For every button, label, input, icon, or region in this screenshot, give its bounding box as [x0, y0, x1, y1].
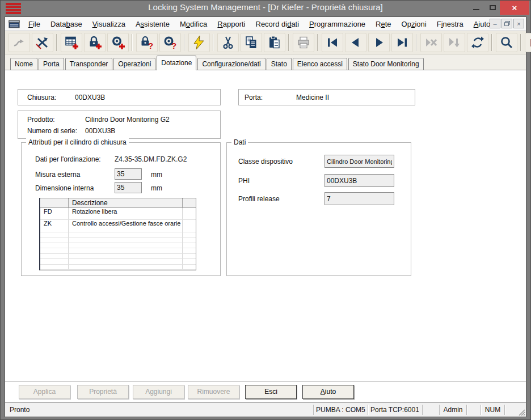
phi-label: PHI	[238, 177, 250, 185]
attributi-group-title: Attributi per il cilindro di chiusura	[26, 138, 129, 146]
mdi-close-button[interactable]: ×	[513, 19, 524, 28]
program-icon[interactable]	[188, 33, 210, 52]
tab-stato-door-monitoring[interactable]: Stato Door Monitoring	[348, 58, 424, 70]
paste-icon[interactable]	[264, 33, 285, 52]
cut-icon[interactable]	[217, 33, 239, 52]
cell-code	[40, 243, 69, 248]
first-record-icon[interactable]	[322, 33, 343, 52]
classe-dispositivo-input[interactable]	[324, 155, 394, 168]
disconnect-icon[interactable]	[32, 33, 53, 52]
table-row-zk[interactable]: ZKControllo accessi/Gestione fasce orari…	[40, 220, 196, 232]
read-lock-icon[interactable]: ?	[136, 33, 158, 52]
menu-item-rapporti[interactable]: Rapporti	[212, 20, 250, 28]
cell-code	[40, 254, 69, 258]
last-record-icon[interactable]	[391, 33, 413, 52]
svg-text:?: ?	[148, 41, 153, 50]
cell-spacer	[183, 248, 196, 253]
table-row-fd[interactable]: FDRotazione libera	[40, 208, 196, 220]
toolbar-separator	[213, 34, 214, 51]
dati-group: Dati Classe dispositivo PHI Profili rele…	[226, 142, 411, 276]
tab-nome[interactable]: Nome	[10, 58, 37, 70]
table-row-empty	[40, 237, 196, 243]
aggiungi-button: Aggiungi	[133, 385, 184, 399]
misura-esterna-label: Misura esterna	[35, 171, 80, 179]
next-record-icon[interactable]	[368, 33, 390, 52]
menu-item-programmazione[interactable]: Programmazione	[304, 20, 370, 28]
tab-elenco-accessi[interactable]: Elenco accessi	[293, 58, 347, 70]
mdi-system-icon[interactable]	[9, 19, 20, 29]
dimensione-interna-input[interactable]	[115, 182, 142, 193]
new-locking-plan-icon[interactable]	[61, 33, 82, 52]
search-icon[interactable]	[496, 33, 517, 52]
mdi-minimize-button[interactable]: –	[490, 19, 500, 28]
tab-strip: NomePortaTransponderOperazioniDotazioneC…	[5, 54, 526, 70]
tab-operazioni[interactable]: Operazioni	[113, 58, 155, 70]
toolbar-separator	[491, 34, 492, 51]
cell-spacer	[183, 259, 196, 264]
menu-item-modifica[interactable]: Modifica	[175, 20, 212, 28]
menu-item-assistente[interactable]: Assistente	[130, 20, 175, 28]
status-panel-pumba-com5: PUMBA : COM5	[313, 405, 368, 415]
status-panel-num: NUM	[481, 405, 504, 415]
dati-group-title: Dati	[231, 138, 248, 146]
rimuovere-button: Rimuovere	[188, 385, 239, 399]
code-column-header	[40, 198, 69, 208]
tab-dotazione[interactable]: Dotazione	[157, 56, 196, 70]
phi-input[interactable]	[324, 174, 394, 187]
mdi-restore-button[interactable]	[502, 19, 512, 28]
undo-arrow-icon	[9, 33, 30, 52]
chiusura-value: 00DXU3B	[75, 94, 105, 101]
menu-item-file[interactable]: File	[23, 20, 45, 28]
table-row-empty	[40, 259, 196, 264]
window-title: Locking System Management - [Dr Kiefer -…	[1, 2, 530, 12]
menu-item-opzioni[interactable]: Opzioni	[397, 20, 432, 28]
toolbar-separator	[132, 34, 133, 51]
resize-grip[interactable]	[518, 409, 525, 416]
cell-descrizione: Controllo accessi/Gestione fasce orarie	[69, 220, 183, 231]
attributes-table: Descrizione FDRotazione liberaZKControll…	[39, 198, 196, 270]
menu-item-rete[interactable]: Rete	[370, 20, 396, 28]
table-row-empty	[40, 265, 196, 270]
toolbar-separator	[184, 34, 185, 51]
status-message: Pronto	[5, 406, 313, 414]
chiusura-box: Chiusura: 00DXU3B	[18, 89, 221, 105]
cell-descrizione	[69, 259, 183, 264]
cell-descrizione	[69, 237, 183, 242]
copy-icon[interactable]	[241, 33, 262, 52]
dialog-button-bar: ApplicaProprietàAggiungiRimuovereEsciAiu…	[5, 381, 526, 402]
goto-record-icon	[444, 33, 465, 52]
maximize-button[interactable]	[486, 1, 499, 15]
minimize-button[interactable]	[469, 1, 483, 15]
table-row-empty	[40, 232, 196, 237]
misura-esterna-input[interactable]	[115, 168, 142, 180]
read-transponder-icon[interactable]: ?	[159, 33, 181, 52]
menu-item-finestra[interactable]: Finestra	[432, 20, 469, 28]
tab-configurazione-dati[interactable]: Configurazione/dati	[197, 58, 265, 70]
refresh-icon[interactable]	[467, 33, 488, 52]
cell-spacer	[183, 243, 196, 248]
menu-item-database[interactable]: Database	[45, 20, 87, 28]
status-panel-empty	[504, 405, 518, 415]
filter-icon[interactable]: F	[525, 33, 531, 52]
cancel-record-icon	[420, 33, 442, 52]
cell-code	[40, 248, 69, 253]
esci-button[interactable]: Esci	[245, 385, 297, 399]
prodotto-label: Prodotto:	[27, 116, 55, 124]
tab-stato[interactable]: Stato	[267, 58, 292, 70]
tab-porta[interactable]: Porta	[39, 58, 64, 70]
profili-release-input[interactable]	[324, 192, 394, 205]
status-panel-empty	[466, 405, 481, 415]
aiuto-button[interactable]: Aiuto	[302, 385, 354, 399]
cell-descrizione	[69, 265, 183, 269]
new-lock-icon[interactable]	[84, 33, 106, 52]
prev-record-icon[interactable]	[345, 33, 366, 52]
tab-transponder[interactable]: Transponder	[65, 58, 113, 70]
menu-item-visualizza[interactable]: Visualizza	[87, 20, 130, 28]
cell-code	[40, 232, 69, 237]
close-icon: ×	[512, 3, 517, 12]
cell-code	[40, 259, 69, 264]
new-transponder-icon[interactable]	[107, 33, 129, 52]
close-button[interactable]: ×	[500, 1, 529, 15]
menu-item-record-didati[interactable]: Record didati	[251, 20, 305, 28]
print-icon	[293, 33, 314, 52]
